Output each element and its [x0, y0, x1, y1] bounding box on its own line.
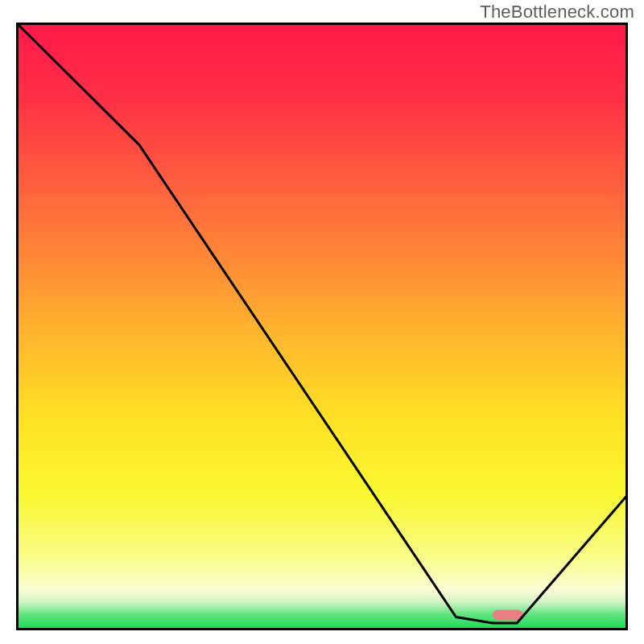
chart-container: TheBottleneck.com: [0, 0, 644, 644]
watermark-text: TheBottleneck.com: [480, 2, 634, 23]
plot-area: [16, 23, 628, 630]
bottleneck-chart-svg: [16, 23, 628, 630]
optimal-range-marker: [493, 610, 523, 621]
